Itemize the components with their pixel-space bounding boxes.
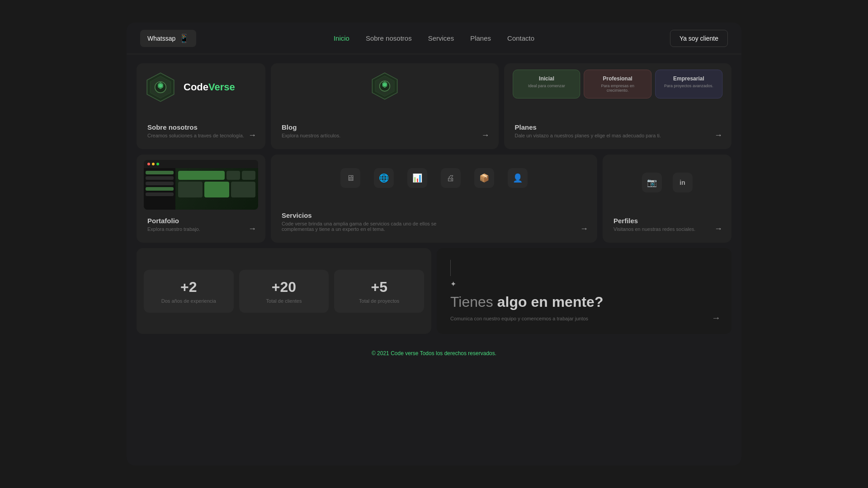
stat-clients-number: +20	[272, 279, 296, 296]
plan-profesional: Profesional Para empresas en crecimiento…	[584, 70, 651, 99]
service-icon-user: 👤	[508, 168, 528, 188]
card-portafolio: Portafolio Explora nuestro trabajo. →	[137, 155, 265, 243]
servicios-desc: Code verse brinda una amplia gama de ser…	[282, 221, 453, 232]
whatsapp-icon: 📱	[179, 33, 189, 43]
cta-heading: Tienes algo en mente?	[450, 294, 603, 310]
stat-projects: +5 Total de proyectos	[334, 270, 424, 313]
portafolio-arrow[interactable]: →	[248, 224, 256, 234]
service-icon-print: 🖨	[441, 168, 461, 188]
sobre-title: Sobre nosotros	[147, 123, 255, 131]
instagram-icon[interactable]: 📷	[642, 173, 662, 192]
footer-year: © 2021	[372, 350, 391, 357]
whatsapp-button[interactable]: Whatssap 📱	[140, 30, 196, 47]
nav-contacto[interactable]: Contacto	[507, 34, 534, 42]
nav-inicio[interactable]: Inicio	[334, 34, 349, 42]
perfiles-desc: Visitanos en nuestras redes sociales.	[613, 226, 721, 232]
cta-diamond-icon: ✦	[450, 280, 456, 288]
portfolio-screenshot	[144, 160, 258, 210]
cta-subtext: Comunica con nuestro equipo y comencemos…	[450, 315, 588, 323]
whatsapp-label: Whatssap	[147, 35, 175, 42]
service-icon-monitor: 🖥	[340, 168, 360, 188]
sobre-arrow[interactable]: →	[248, 131, 256, 140]
card-blog: Blog Explora nuestros artículos. →	[271, 63, 499, 149]
cta-arrow[interactable]: →	[712, 313, 721, 323]
planes-title: Planes	[515, 123, 721, 131]
brand-name: CodeVerse	[184, 81, 235, 93]
footer-brand: Code verse	[391, 350, 418, 357]
svg-point-9	[383, 83, 387, 86]
stat-years-label: Dos años de experiencia	[161, 298, 216, 304]
service-icon-web: 🌐	[374, 168, 394, 188]
card-servicios: 🖥 🌐 📊 🖨 📦 👤 Servicios Code verse brinda …	[271, 155, 597, 243]
nav-sobre[interactable]: Sobre nosotros	[366, 34, 412, 42]
card-cta: ✦ Tienes algo en mente? Comunica con nue…	[437, 248, 731, 334]
ya-soy-cliente-button[interactable]: Ya soy cliente	[670, 30, 728, 47]
linkedin-icon[interactable]: in	[673, 173, 693, 192]
servicios-title: Servicios	[282, 211, 586, 219]
planes-desc: Dale un vistazo a nuestros planes y elig…	[515, 133, 721, 138]
footer-rest: Todos los derechos reservados.	[419, 350, 497, 357]
cta-line	[450, 260, 451, 276]
nav-planes[interactable]: Planes	[470, 34, 491, 42]
nav-links: Inicio Sobre nosotros Services Planes Co…	[334, 34, 534, 42]
footer: © 2021 Code verse Todos los derechos res…	[127, 343, 741, 364]
blog-desc: Explora nuestros artículos.	[282, 133, 488, 138]
card-sobre-nosotros: CodeVerse Sobre nosotros Creamos solucio…	[137, 63, 265, 149]
stat-years: +2 Dos años de experiencia	[144, 270, 234, 313]
stat-projects-number: +5	[371, 279, 387, 296]
nav-services[interactable]: Services	[428, 34, 454, 42]
perfiles-title: Perfiles	[613, 217, 721, 225]
planes-options: Inicial Ideal para comenzar Profesional …	[513, 70, 723, 99]
perfiles-arrow[interactable]: →	[714, 224, 722, 234]
stat-projects-label: Total de proyectos	[359, 298, 399, 304]
services-icons-row: 🖥 🌐 📊 🖨 📦 👤	[271, 168, 597, 188]
service-icon-package: 📦	[474, 168, 494, 188]
plan-empresarial: Empresarial Para proyectos avanzados.	[655, 70, 722, 99]
codeverse-hex-logo	[145, 71, 176, 103]
stat-clients-label: Total de clientes	[266, 298, 302, 304]
card-stats: +2 Dos años de experiencia +20 Total de …	[137, 248, 431, 334]
card-perfiles: 📷 in Perfiles Visitanos en nuestras rede…	[603, 155, 731, 243]
perfiles-icons-row: 📷 in	[603, 173, 731, 192]
blog-title: Blog	[282, 123, 488, 131]
card-planes: Inicial Ideal para comenzar Profesional …	[504, 63, 732, 149]
service-icon-chart: 📊	[407, 168, 427, 188]
servicios-arrow[interactable]: →	[580, 224, 588, 234]
svg-point-4	[159, 84, 163, 88]
sobre-desc: Creamos soluciones a traves de tecnologí…	[147, 133, 255, 138]
plan-inicial: Inicial Ideal para comenzar	[513, 70, 580, 99]
blog-logo	[370, 71, 399, 103]
logo-area: CodeVerse	[145, 71, 235, 103]
stat-years-number: +2	[180, 279, 197, 296]
stat-clients: +20 Total de clientes	[239, 270, 329, 313]
blog-arrow[interactable]: →	[481, 131, 490, 140]
navbar: Whatssap 📱 Inicio Sobre nosotros Service…	[127, 23, 741, 54]
portafolio-title: Portafolio	[147, 217, 255, 225]
planes-arrow[interactable]: →	[714, 131, 722, 140]
portafolio-desc: Explora nuestro trabajo.	[147, 226, 255, 232]
